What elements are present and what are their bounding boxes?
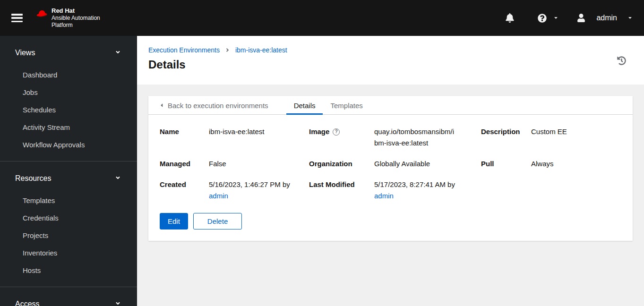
image-label: Image ?	[309, 126, 363, 137]
sidebar-item-schedules[interactable]: Schedules	[0, 101, 137, 119]
chevron-down-icon	[115, 49, 121, 57]
name-label: Name	[160, 126, 197, 137]
question-circle-icon	[538, 14, 547, 23]
nav-group-views[interactable]: Views	[0, 40, 137, 66]
managed-value: False	[209, 158, 298, 170]
logo-product-line2: Platform	[52, 22, 100, 29]
hamburger-icon[interactable]	[11, 14, 23, 22]
last-modified-value: 5/17/2023, 8:27:41 AM by admin	[374, 179, 470, 202]
nav-section-views: Views Dashboard Jobs Schedules Activity …	[0, 36, 137, 162]
organization-value: Globally Available	[374, 158, 470, 170]
breadcrumb-execution-environments[interactable]: Execution Environments	[148, 45, 220, 55]
sidebar-nav: Views Dashboard Jobs Schedules Activity …	[0, 36, 137, 306]
masthead: Red Hat Ansible Automation Platform admi…	[0, 0, 644, 36]
sidebar-item-credentials[interactable]: Credentials	[0, 209, 137, 227]
sidebar-item-dashboard[interactable]: Dashboard	[0, 66, 137, 84]
sidebar-item-jobs[interactable]: Jobs	[0, 84, 137, 101]
bell-icon[interactable]	[506, 13, 514, 23]
page-title: Details	[148, 58, 633, 72]
organization-label: Organization	[309, 158, 363, 170]
breadcrumb: Execution Environments ibm-isva-ee:lates…	[148, 45, 633, 55]
logo-brand: Red Hat	[52, 7, 100, 15]
tab-back-to-execution-environments[interactable]: Back to execution environments	[148, 96, 276, 115]
main-content: Execution Environments ibm-isva-ee:lates…	[137, 36, 644, 306]
nav-group-access[interactable]: Access	[0, 291, 137, 306]
redhat-fedora-icon	[36, 9, 48, 20]
sidebar-item-templates[interactable]: Templates	[0, 192, 137, 209]
last-modified-label: Last Modified	[309, 179, 363, 190]
description-label: Description	[481, 126, 520, 137]
tab-back-label: Back to execution environments	[168, 102, 268, 110]
edit-button[interactable]: Edit	[160, 213, 188, 230]
image-label-text: Image	[309, 126, 329, 137]
page-header: Execution Environments ibm-isva-ee:lates…	[137, 36, 644, 85]
managed-label: Managed	[160, 158, 197, 170]
details-card: Back to execution environments Details T…	[148, 96, 633, 241]
angle-right-icon	[225, 47, 230, 53]
username-label: admin	[596, 14, 617, 22]
created-by-user-link[interactable]: admin	[209, 190, 298, 202]
nav-group-resources[interactable]: Resources	[0, 165, 137, 192]
logo-product-line1: Ansible Automation	[52, 15, 100, 22]
nav-group-label: Resources	[15, 174, 51, 183]
action-buttons: Edit Delete	[160, 213, 621, 230]
sidebar-item-activity-stream[interactable]: Activity Stream	[0, 119, 137, 136]
pull-value: Always	[531, 158, 621, 170]
image-value: quay.io/tombosmansibm/ibm-isva-ee:latest	[374, 126, 455, 149]
tab-templates[interactable]: Templates	[323, 96, 370, 115]
created-label: Created	[160, 179, 197, 190]
details-grid: Name ibm-isva-ee:latest Image ? quay.io/…	[160, 126, 621, 202]
history-icon[interactable]	[617, 56, 626, 67]
nav-section-resources: Resources Templates Credentials Projects…	[0, 162, 137, 287]
sidebar-item-inventories[interactable]: Inventories	[0, 244, 137, 262]
nav-section-access: Access	[0, 287, 137, 306]
created-value: 5/16/2023, 1:46:27 PM by admin	[209, 179, 298, 202]
sidebar-item-hosts[interactable]: Hosts	[0, 262, 137, 279]
user-icon	[577, 14, 585, 22]
breadcrumb-current-ee[interactable]: ibm-isva-ee:latest	[235, 45, 287, 55]
modified-datetime: 5/17/2023, 8:27:41 AM by	[374, 180, 455, 188]
delete-button[interactable]: Delete	[193, 213, 242, 230]
user-dropdown[interactable]: admin	[577, 14, 633, 22]
name-value: ibm-isva-ee:latest	[209, 126, 298, 137]
description-value: Custom EE	[531, 126, 621, 137]
brand-logo: Red Hat Ansible Automation Platform	[36, 7, 100, 29]
chevron-down-icon	[115, 174, 121, 183]
caret-left-icon	[160, 102, 163, 110]
sidebar-item-projects[interactable]: Projects	[0, 227, 137, 244]
help-dropdown[interactable]	[538, 14, 558, 23]
nav-group-label: Access	[15, 300, 40, 306]
tab-bar: Back to execution environments Details T…	[148, 96, 633, 115]
sidebar-item-workflow-approvals[interactable]: Workflow Approvals	[0, 136, 137, 153]
modified-by-user-link[interactable]: admin	[374, 190, 470, 202]
nav-group-label: Views	[15, 49, 35, 57]
created-datetime: 5/16/2023, 1:46:27 PM by	[209, 180, 290, 188]
tab-details[interactable]: Details	[286, 96, 323, 115]
caret-down-icon	[627, 14, 633, 22]
details-panel: Name ibm-isva-ee:latest Image ? quay.io/…	[148, 115, 633, 241]
pull-label: Pull	[481, 158, 520, 170]
caret-down-icon	[553, 14, 558, 22]
chevron-down-icon	[115, 300, 121, 306]
help-icon[interactable]: ?	[333, 128, 340, 136]
